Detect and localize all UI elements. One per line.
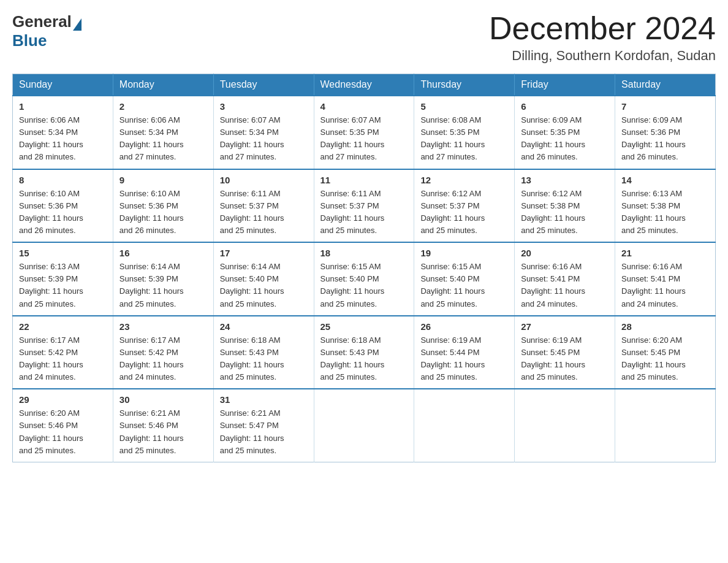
calendar-table: Sunday Monday Tuesday Wednesday Thursday…	[12, 74, 716, 462]
day-number: 18	[320, 248, 408, 258]
calendar-cell: 24 Sunrise: 6:18 AM Sunset: 5:43 PM Dayl…	[213, 316, 314, 389]
calendar-cell: 20 Sunrise: 6:16 AM Sunset: 5:41 PM Dayl…	[515, 242, 615, 316]
day-number: 1	[19, 101, 107, 112]
calendar-cell: 21 Sunrise: 6:16 AM Sunset: 5:41 PM Dayl…	[615, 242, 716, 316]
day-info: Sunrise: 6:20 AM Sunset: 5:46 PM Dayligh…	[19, 407, 107, 457]
day-number: 9	[119, 175, 207, 185]
day-info: Sunrise: 6:17 AM Sunset: 5:42 PM Dayligh…	[19, 334, 107, 384]
day-info: Sunrise: 6:19 AM Sunset: 5:44 PM Dayligh…	[420, 334, 508, 384]
header-monday: Monday	[113, 74, 213, 96]
calendar-cell	[314, 389, 414, 462]
calendar-cell: 27 Sunrise: 6:19 AM Sunset: 5:45 PM Dayl…	[515, 316, 615, 389]
day-info: Sunrise: 6:17 AM Sunset: 5:42 PM Dayligh…	[119, 334, 207, 384]
day-info: Sunrise: 6:20 AM Sunset: 5:45 PM Dayligh…	[621, 334, 709, 384]
calendar-cell: 3 Sunrise: 6:07 AM Sunset: 5:34 PM Dayli…	[213, 96, 314, 169]
day-number: 7	[621, 101, 709, 112]
day-number: 27	[521, 321, 609, 332]
calendar-cell: 6 Sunrise: 6:09 AM Sunset: 5:35 PM Dayli…	[515, 96, 615, 169]
calendar-week-row-4: 22 Sunrise: 6:17 AM Sunset: 5:42 PM Dayl…	[13, 316, 716, 389]
day-info: Sunrise: 6:18 AM Sunset: 5:43 PM Dayligh…	[320, 334, 408, 384]
day-number: 6	[521, 101, 609, 112]
day-info: Sunrise: 6:21 AM Sunset: 5:46 PM Dayligh…	[119, 407, 207, 457]
day-info: Sunrise: 6:16 AM Sunset: 5:41 PM Dayligh…	[521, 261, 609, 310]
day-number: 23	[119, 321, 207, 332]
calendar-week-row-1: 1 Sunrise: 6:06 AM Sunset: 5:34 PM Dayli…	[13, 96, 716, 169]
page-header: General Blue December 2024 Dilling, Sout…	[12, 12, 716, 64]
calendar-cell: 16 Sunrise: 6:14 AM Sunset: 5:39 PM Dayl…	[113, 242, 213, 316]
header-wednesday: Wednesday	[314, 74, 414, 96]
calendar-cell: 31 Sunrise: 6:21 AM Sunset: 5:47 PM Dayl…	[213, 389, 314, 462]
title-block: December 2024 Dilling, Southern Kordofan…	[489, 12, 716, 64]
day-info: Sunrise: 6:13 AM Sunset: 5:38 PM Dayligh…	[621, 188, 709, 237]
calendar-cell: 2 Sunrise: 6:06 AM Sunset: 5:34 PM Dayli…	[113, 96, 213, 169]
day-info: Sunrise: 6:09 AM Sunset: 5:35 PM Dayligh…	[521, 114, 609, 164]
day-number: 13	[521, 175, 609, 185]
day-number: 28	[621, 321, 709, 332]
calendar-cell: 17 Sunrise: 6:14 AM Sunset: 5:40 PM Dayl…	[213, 242, 314, 316]
calendar-cell: 1 Sunrise: 6:06 AM Sunset: 5:34 PM Dayli…	[13, 96, 113, 169]
calendar-cell: 15 Sunrise: 6:13 AM Sunset: 5:39 PM Dayl…	[13, 242, 113, 316]
calendar-cell: 4 Sunrise: 6:07 AM Sunset: 5:35 PM Dayli…	[314, 96, 414, 169]
day-info: Sunrise: 6:18 AM Sunset: 5:43 PM Dayligh…	[220, 334, 308, 384]
calendar-cell: 18 Sunrise: 6:15 AM Sunset: 5:40 PM Dayl…	[314, 242, 414, 316]
calendar-cell	[414, 389, 515, 462]
day-number: 8	[19, 175, 107, 185]
day-info: Sunrise: 6:21 AM Sunset: 5:47 PM Dayligh…	[220, 407, 308, 457]
header-tuesday: Tuesday	[213, 74, 314, 96]
day-info: Sunrise: 6:14 AM Sunset: 5:39 PM Dayligh…	[119, 261, 207, 310]
day-number: 3	[220, 101, 308, 112]
day-info: Sunrise: 6:15 AM Sunset: 5:40 PM Dayligh…	[420, 261, 508, 310]
day-number: 26	[420, 321, 508, 332]
header-friday: Friday	[515, 74, 615, 96]
calendar-cell: 10 Sunrise: 6:11 AM Sunset: 5:37 PM Dayl…	[213, 169, 314, 243]
logo-triangle-icon	[73, 18, 82, 31]
logo: General Blue	[12, 12, 83, 50]
day-number: 15	[19, 248, 107, 258]
day-info: Sunrise: 6:16 AM Sunset: 5:41 PM Dayligh…	[621, 261, 709, 310]
day-info: Sunrise: 6:07 AM Sunset: 5:34 PM Dayligh…	[220, 114, 308, 164]
calendar-cell: 22 Sunrise: 6:17 AM Sunset: 5:42 PM Dayl…	[13, 316, 113, 389]
calendar-header-row: Sunday Monday Tuesday Wednesday Thursday…	[13, 74, 716, 96]
logo-general-text: General	[12, 12, 72, 31]
calendar-cell: 19 Sunrise: 6:15 AM Sunset: 5:40 PM Dayl…	[414, 242, 515, 316]
day-info: Sunrise: 6:06 AM Sunset: 5:34 PM Dayligh…	[119, 114, 207, 164]
calendar-week-row-5: 29 Sunrise: 6:20 AM Sunset: 5:46 PM Dayl…	[13, 389, 716, 462]
header-thursday: Thursday	[414, 74, 515, 96]
day-number: 25	[320, 321, 408, 332]
day-number: 22	[19, 321, 107, 332]
day-info: Sunrise: 6:11 AM Sunset: 5:37 PM Dayligh…	[320, 188, 408, 237]
calendar-cell: 12 Sunrise: 6:12 AM Sunset: 5:37 PM Dayl…	[414, 169, 515, 243]
header-sunday: Sunday	[13, 74, 113, 96]
day-info: Sunrise: 6:15 AM Sunset: 5:40 PM Dayligh…	[320, 261, 408, 310]
day-number: 21	[621, 248, 709, 258]
day-info: Sunrise: 6:10 AM Sunset: 5:36 PM Dayligh…	[19, 188, 107, 237]
calendar-cell: 29 Sunrise: 6:20 AM Sunset: 5:46 PM Dayl…	[13, 389, 113, 462]
day-number: 29	[19, 394, 107, 405]
calendar-cell: 5 Sunrise: 6:08 AM Sunset: 5:35 PM Dayli…	[414, 96, 515, 169]
calendar-cell: 26 Sunrise: 6:19 AM Sunset: 5:44 PM Dayl…	[414, 316, 515, 389]
calendar-cell: 14 Sunrise: 6:13 AM Sunset: 5:38 PM Dayl…	[615, 169, 716, 243]
calendar-cell: 13 Sunrise: 6:12 AM Sunset: 5:38 PM Dayl…	[515, 169, 615, 243]
day-number: 24	[220, 321, 308, 332]
day-info: Sunrise: 6:09 AM Sunset: 5:36 PM Dayligh…	[621, 114, 709, 164]
calendar-cell: 30 Sunrise: 6:21 AM Sunset: 5:46 PM Dayl…	[113, 389, 213, 462]
day-info: Sunrise: 6:11 AM Sunset: 5:37 PM Dayligh…	[220, 188, 308, 237]
day-number: 4	[320, 101, 408, 112]
calendar-cell: 7 Sunrise: 6:09 AM Sunset: 5:36 PM Dayli…	[615, 96, 716, 169]
day-info: Sunrise: 6:08 AM Sunset: 5:35 PM Dayligh…	[420, 114, 508, 164]
day-number: 19	[420, 248, 508, 258]
calendar-cell: 9 Sunrise: 6:10 AM Sunset: 5:36 PM Dayli…	[113, 169, 213, 243]
calendar-week-row-2: 8 Sunrise: 6:10 AM Sunset: 5:36 PM Dayli…	[13, 169, 716, 243]
calendar-cell: 8 Sunrise: 6:10 AM Sunset: 5:36 PM Dayli…	[13, 169, 113, 243]
logo-blue-text: Blue	[12, 31, 47, 50]
day-number: 5	[420, 101, 508, 112]
day-info: Sunrise: 6:12 AM Sunset: 5:38 PM Dayligh…	[521, 188, 609, 237]
day-number: 11	[320, 175, 408, 185]
day-number: 16	[119, 248, 207, 258]
calendar-cell	[515, 389, 615, 462]
day-number: 14	[621, 175, 709, 185]
day-number: 2	[119, 101, 207, 112]
day-info: Sunrise: 6:06 AM Sunset: 5:34 PM Dayligh…	[19, 114, 107, 164]
calendar-week-row-3: 15 Sunrise: 6:13 AM Sunset: 5:39 PM Dayl…	[13, 242, 716, 316]
header-saturday: Saturday	[615, 74, 716, 96]
